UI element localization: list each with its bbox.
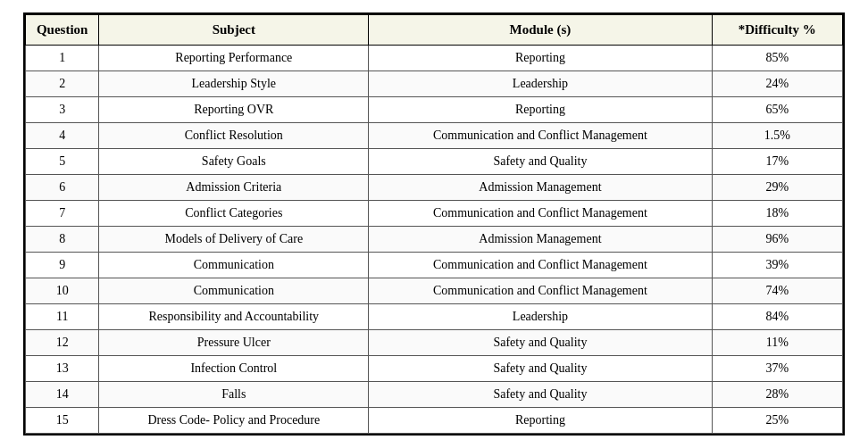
cell-subject: Dress Code- Policy and Procedure [99, 408, 369, 434]
cell-subject: Admission Criteria [99, 175, 369, 201]
table-row: 9CommunicationCommunication and Conflict… [26, 253, 843, 278]
cell-question: 8 [26, 227, 99, 253]
cell-subject: Reporting OVR [99, 97, 369, 123]
cell-subject: Conflict Resolution [99, 123, 369, 149]
cell-difficulty: 11% [712, 330, 842, 356]
cell-difficulty: 1.5% [712, 123, 842, 149]
table-row: 14FallsSafety and Quality28% [26, 382, 843, 408]
cell-difficulty: 84% [712, 304, 842, 330]
table-row: 13Infection ControlSafety and Quality37% [26, 356, 843, 382]
table-row: 5Safety GoalsSafety and Quality17% [26, 149, 843, 175]
cell-question: 11 [26, 304, 99, 330]
cell-difficulty: 28% [712, 382, 842, 408]
quiz-table: Question Subject Module (s) *Difficulty … [25, 14, 843, 434]
table-row: 15Dress Code- Policy and ProcedureReport… [26, 408, 843, 434]
cell-question: 14 [26, 382, 99, 408]
cell-module: Safety and Quality [369, 330, 712, 356]
cell-difficulty: 85% [712, 46, 842, 71]
table-row: 1Reporting PerformanceReporting85% [26, 46, 843, 71]
cell-difficulty: 18% [712, 201, 842, 227]
cell-subject: Communication [99, 253, 369, 278]
cell-subject: Infection Control [99, 356, 369, 382]
cell-question: 9 [26, 253, 99, 278]
table-row: 6Admission CriteriaAdmission Management2… [26, 175, 843, 201]
cell-question: 4 [26, 123, 99, 149]
table-row: 4Conflict ResolutionCommunication and Co… [26, 123, 843, 149]
cell-module: Reporting [369, 97, 712, 123]
cell-module: Leadership [369, 71, 712, 97]
cell-difficulty: 96% [712, 227, 842, 253]
cell-module: Reporting [369, 408, 712, 434]
cell-question: 13 [26, 356, 99, 382]
header-difficulty: *Difficulty % [712, 15, 842, 46]
main-table-container: Question Subject Module (s) *Difficulty … [23, 12, 845, 436]
cell-module: Safety and Quality [369, 382, 712, 408]
cell-question: 6 [26, 175, 99, 201]
cell-question: 15 [26, 408, 99, 434]
cell-difficulty: 39% [712, 253, 842, 278]
cell-subject: Responsibility and Accountability [99, 304, 369, 330]
cell-difficulty: 74% [712, 278, 842, 304]
cell-difficulty: 29% [712, 175, 842, 201]
cell-subject: Pressure Ulcer [99, 330, 369, 356]
cell-difficulty: 25% [712, 408, 842, 434]
cell-question: 2 [26, 71, 99, 97]
cell-module: Safety and Quality [369, 356, 712, 382]
cell-module: Leadership [369, 304, 712, 330]
cell-module: Admission Management [369, 175, 712, 201]
cell-module: Admission Management [369, 227, 712, 253]
cell-difficulty: 65% [712, 97, 842, 123]
table-row: 11Responsibility and AccountabilityLeade… [26, 304, 843, 330]
table-row: 12Pressure UlcerSafety and Quality11% [26, 330, 843, 356]
cell-subject: Safety Goals [99, 149, 369, 175]
cell-module: Safety and Quality [369, 149, 712, 175]
cell-module: Reporting [369, 46, 712, 71]
cell-question: 3 [26, 97, 99, 123]
table-row: 8Models of Delivery of CareAdmission Man… [26, 227, 843, 253]
cell-subject: Falls [99, 382, 369, 408]
cell-difficulty: 24% [712, 71, 842, 97]
cell-subject: Leadership Style [99, 71, 369, 97]
cell-difficulty: 17% [712, 149, 842, 175]
table-header-row: Question Subject Module (s) *Difficulty … [26, 15, 843, 46]
cell-module: Communication and Conflict Management [369, 123, 712, 149]
table-body: 1Reporting PerformanceReporting85%2Leade… [26, 46, 843, 434]
table-row: 7Conflict CategoriesCommunication and Co… [26, 201, 843, 227]
cell-question: 7 [26, 201, 99, 227]
cell-module: Communication and Conflict Management [369, 253, 712, 278]
cell-question: 1 [26, 46, 99, 71]
table-row: 10CommunicationCommunication and Conflic… [26, 278, 843, 304]
cell-subject: Communication [99, 278, 369, 304]
cell-question: 5 [26, 149, 99, 175]
header-subject: Subject [99, 15, 369, 46]
table-row: 3Reporting OVRReporting65% [26, 97, 843, 123]
header-module: Module (s) [369, 15, 712, 46]
cell-question: 12 [26, 330, 99, 356]
cell-subject: Conflict Categories [99, 201, 369, 227]
table-row: 2Leadership StyleLeadership24% [26, 71, 843, 97]
cell-subject: Reporting Performance [99, 46, 369, 71]
header-question: Question [26, 15, 99, 46]
cell-difficulty: 37% [712, 356, 842, 382]
cell-module: Communication and Conflict Management [369, 278, 712, 304]
cell-module: Communication and Conflict Management [369, 201, 712, 227]
cell-question: 10 [26, 278, 99, 304]
cell-subject: Models of Delivery of Care [99, 227, 369, 253]
